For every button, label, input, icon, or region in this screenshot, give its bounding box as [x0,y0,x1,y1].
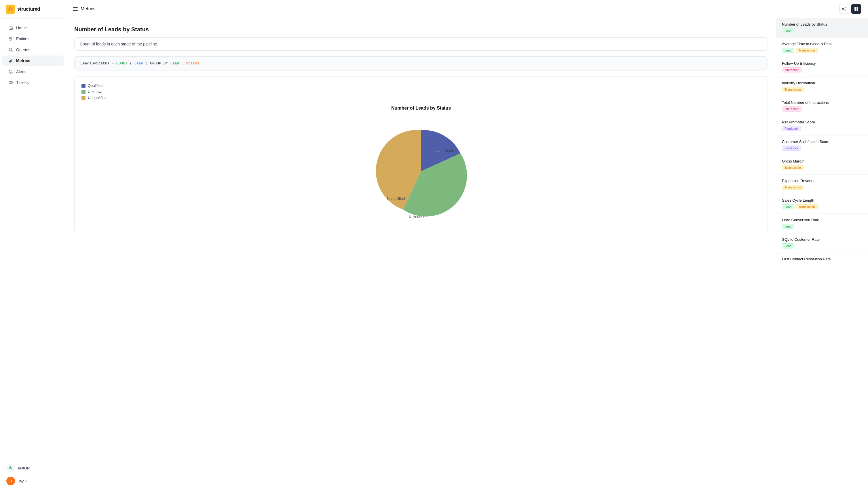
legend-dot-unqualified [81,96,85,100]
org-item[interactable]: TestOrg [5,462,61,474]
svg-rect-3 [10,28,11,30]
query-box: LeadsByStatus = COUNT ( Lead ) GROUP BY … [74,56,768,70]
sidebar-item-alerts-label: Alerts [16,69,26,74]
list-item-0[interactable]: Number of Leads by Status Lead [776,18,868,38]
legend-unknown: Unknown [81,89,761,94]
layout-button[interactable] [851,4,861,14]
svg-point-5 [11,37,12,39]
list-item-title-8: Expansion Revenue [782,179,862,183]
sidebar-item-queries-label: Queries [16,48,30,52]
svg-rect-9 [9,61,10,62]
header: Metrics [66,0,868,18]
tag-lead-1: Lead [782,48,794,53]
pie-label-unqualified: Unqualified [387,197,405,201]
tag-feedback-5: Feedback [782,126,801,131]
right-panel: Number of Leads by Status Lead Average T… [776,18,868,491]
tag-transaction-3: Transaction [782,87,804,92]
list-item-title-5: Net Promoter Score [782,120,862,124]
page-title: Metrics [81,6,96,11]
chart-legend: Qualified Unknown Unqualified [81,83,761,100]
legend-dot-qualified [81,84,85,88]
svg-rect-25 [857,9,858,11]
legend-label-unqualified: Unqualified [88,95,107,100]
list-item-8[interactable]: Expansion Revenue Transaction [776,175,868,194]
sidebar-item-tickets-label: Tickets [16,80,29,85]
main-content: Metrics [66,0,868,491]
query-entity2: Lead [170,61,179,65]
list-item-tags-1: Lead Transaction [782,48,862,53]
legend-label-qualified: Qualified [88,83,103,88]
layout-icon [854,7,859,11]
legend-unqualified: Unqualified [81,95,761,100]
query-entity1: Lead [134,61,143,65]
sidebar-item-entities-label: Entities [16,36,29,41]
svg-rect-24 [857,7,858,9]
tag-lead-9: Lead [782,204,794,209]
svg-line-8 [11,51,13,52]
svg-rect-12 [9,81,12,84]
list-item-2[interactable]: Follow-Up Efficiency Interaction [776,57,868,77]
tag-lead-10: Lead [782,224,794,229]
metrics-icon [8,58,13,63]
list-item-title-0: Number of Leads by Status [782,22,862,26]
share-button[interactable] [839,4,849,14]
tag-interaction-2: Interaction [782,67,802,73]
svg-line-21 [843,8,845,9]
description-box: Count of leads in each stage of the pipe… [74,37,768,51]
svg-point-19 [845,10,846,11]
user-avatar: J [6,476,15,485]
user-item[interactable]: J Jay K [5,474,61,488]
tag-transaction-8: Transaction [782,185,804,190]
svg-point-4 [9,37,11,39]
sidebar-item-metrics[interactable]: Metrics [2,56,64,66]
description-text: Count of leads in each stage of the pipe… [80,42,158,46]
list-item-7[interactable]: Gross Margin Transaction [776,155,868,175]
list-item-3[interactable]: Industry Distribution Transaction [776,77,868,96]
sidebar-item-tickets[interactable]: Tickets [2,77,64,88]
legend-qualified: Qualified [81,83,761,88]
pie-chart: Qualified Unqualified Unknown [367,116,476,226]
sidebar-item-entities[interactable]: Entities [2,34,64,44]
list-item-title-10: Lead Conversion Rate [782,218,862,222]
tag-transaction-1: Transaction [796,48,817,53]
svg-point-6 [10,39,11,40]
query-function: COUNT [116,61,128,65]
list-item-title-12: First Contact Resolution Rate [782,257,862,261]
list-item-title-6: Customer Satisfaction Score [782,140,862,144]
list-item-title-2: Follow-Up Efficiency [782,61,862,65]
sidebar-item-home[interactable]: Home [2,23,64,33]
list-item-10[interactable]: Lead Conversion Rate Lead [776,214,868,233]
list-item-11[interactable]: SQL to Customer Rate Lead [776,233,868,253]
pie-label-unknown: Unknown [409,214,424,219]
chart-container: Qualified Unqualified Unknown [81,116,761,226]
list-item-title-1: Average Time to Close a Deal [782,42,862,46]
menu-button[interactable] [73,7,78,11]
list-item-12[interactable]: First Contact Resolution Rate [776,253,868,267]
list-item-title-4: Total Number of Interactions [782,100,862,105]
list-item-9[interactable]: Sales Cycle Length Lead Transaction [776,194,868,214]
tag-transaction-7: Transaction [782,165,804,170]
header-actions [839,4,861,14]
chart-title: Number of Leads by Status [81,106,761,111]
svg-rect-23 [855,7,856,11]
list-item-5[interactable]: Net Promoter Score Feedback [776,116,868,136]
list-item-4[interactable]: Total Number of Interactions Interaction [776,96,868,116]
svg-rect-10 [10,60,11,62]
list-item-tags-9: Lead Transaction [782,204,862,209]
query-field: Status [186,61,199,65]
list-item-1[interactable]: Average Time to Close a Deal Lead Transa… [776,38,868,57]
list-item-6[interactable]: Customer Satisfaction Score Feedback [776,136,868,155]
sidebar-item-alerts[interactable]: Alerts [2,66,64,77]
home-icon [8,25,13,30]
sidebar-footer: TestOrg J Jay K [0,458,66,491]
logo-icon [6,5,15,14]
alerts-icon [8,69,13,74]
legend-label-unknown: Unknown [88,89,103,94]
list-item-tags-10: Lead [782,224,862,229]
metric-title: Number of Leads by Status [74,26,768,33]
sidebar-item-queries[interactable]: Queries [2,45,64,55]
chart-box: Qualified Unknown Unqualified Number of … [74,76,768,233]
sidebar-navigation: Home Entities Queries [0,19,66,458]
list-item-tags-8: Transaction [782,185,862,190]
queries-icon [8,47,13,52]
